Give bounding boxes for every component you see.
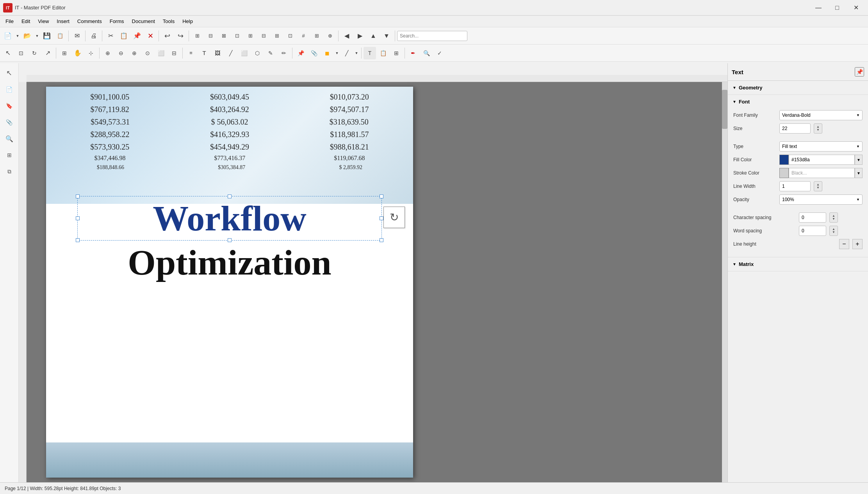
tb-btn7[interactable]: ⊟ xyxy=(204,30,217,42)
tb-btn16[interactable]: ⊕ xyxy=(324,30,336,42)
text-tool[interactable]: T xyxy=(198,47,210,59)
open-button[interactable]: 📂 xyxy=(21,30,34,42)
tb-btn14[interactable]: # xyxy=(297,30,310,42)
maximize-button[interactable]: □ xyxy=(828,2,846,14)
menu-document[interactable]: Document xyxy=(128,17,159,26)
sidebar-bookmark[interactable]: 🔖 xyxy=(2,98,17,113)
handle-br[interactable] xyxy=(380,238,383,242)
rect-tool[interactable]: ⬜ xyxy=(238,47,250,59)
open-dropdown[interactable]: ▼ xyxy=(34,30,40,42)
paste-button[interactable]: 📌 xyxy=(131,30,143,42)
path-tool[interactable]: ✎ xyxy=(264,47,277,59)
size-input[interactable] xyxy=(779,123,811,134)
zoom-in-tool[interactable]: ⊕ xyxy=(102,47,114,59)
menu-insert[interactable]: Insert xyxy=(53,17,73,26)
pointer-tool[interactable]: ↗ xyxy=(41,47,54,59)
minimize-button[interactable]: — xyxy=(809,2,827,14)
handle-bl[interactable] xyxy=(76,238,80,242)
undo-button[interactable]: ↩ xyxy=(161,30,173,42)
stroke-color-swatch[interactable] xyxy=(779,168,789,178)
menu-file[interactable]: File xyxy=(2,17,18,26)
redact-tool[interactable]: T xyxy=(364,47,376,59)
radio-tool[interactable]: ⊙ xyxy=(141,47,154,59)
sidebar-page[interactable]: 📄 xyxy=(2,82,17,97)
fill-tool[interactable]: ⊟ xyxy=(168,47,180,59)
menu-forms[interactable]: Forms xyxy=(106,17,128,26)
redo-button[interactable]: ↪ xyxy=(174,30,187,42)
menu-comments[interactable]: Comments xyxy=(73,17,106,26)
menu-view[interactable]: View xyxy=(34,17,53,26)
fill-color-dropdown[interactable]: ▼ xyxy=(855,155,863,165)
stroke-color-dropdown[interactable]: ▼ xyxy=(855,168,863,178)
menu-edit[interactable]: Edit xyxy=(18,17,34,26)
stroke-color-text[interactable]: Black... xyxy=(789,168,855,178)
char-spacing-input[interactable] xyxy=(799,212,826,223)
matrix-header[interactable]: ▼ Matrix xyxy=(728,259,868,269)
rotate-tool[interactable]: ↻ xyxy=(28,47,41,59)
annotation-tool[interactable]: 📌 xyxy=(294,47,307,59)
handle-bc[interactable] xyxy=(228,238,232,242)
crop-tool[interactable]: ⊡ xyxy=(15,47,27,59)
sidebar-copy[interactable]: ⧉ xyxy=(2,164,17,179)
tb-btn12[interactable]: ⊞ xyxy=(271,30,283,42)
new-button[interactable]: 📄 xyxy=(2,30,14,42)
transform-tool[interactable]: ⊹ xyxy=(85,47,97,59)
rotate-icon[interactable]: ↻ xyxy=(383,207,405,228)
select2-tool[interactable]: ⬜ xyxy=(155,47,167,59)
menu-help[interactable]: Help xyxy=(178,17,197,26)
highlight-dropdown[interactable]: ▼ xyxy=(334,47,340,59)
email-button[interactable]: ✉ xyxy=(71,30,83,42)
form-tool[interactable]: 📋 xyxy=(377,47,389,59)
copy-button[interactable]: 📋 xyxy=(118,30,130,42)
handle-mr[interactable] xyxy=(380,216,383,220)
next-btn[interactable]: ▼ xyxy=(380,30,393,42)
circle-tool[interactable]: ⬡ xyxy=(251,47,264,59)
prev-btn[interactable]: ▲ xyxy=(367,30,380,42)
handle-tr[interactable] xyxy=(380,194,383,198)
sidebar-grid[interactable]: ⊞ xyxy=(2,148,17,162)
tb-btn10[interactable]: ⊞ xyxy=(244,30,257,42)
select-tool[interactable]: ↖ xyxy=(2,47,14,59)
underline-tool[interactable]: ╱ xyxy=(340,47,353,59)
prev-page-button[interactable]: ◀ xyxy=(340,30,353,42)
save-as-button[interactable]: 📋 xyxy=(54,30,66,42)
highlight-tool[interactable]: ◼ xyxy=(321,47,333,59)
zoom-out-tool[interactable]: ⊖ xyxy=(115,47,127,59)
sidebar-cursor[interactable]: ↖ xyxy=(2,66,17,80)
vscrollbar-thumb[interactable] xyxy=(722,90,727,129)
geometry-header[interactable]: ▼ Geometry xyxy=(728,82,868,93)
handle-tl[interactable] xyxy=(76,194,80,198)
table-tool[interactable]: ⊞ xyxy=(390,47,403,59)
pencil-tool[interactable]: ✏ xyxy=(278,47,290,59)
line-width-spinner[interactable]: ▲ ▼ xyxy=(814,181,822,191)
tb-btn13[interactable]: ⊡ xyxy=(284,30,296,42)
close-button[interactable]: ✕ xyxy=(847,2,865,14)
workflow-selected-box[interactable]: Workflow ↻ xyxy=(77,196,382,241)
menu-tools[interactable]: Tools xyxy=(159,17,178,26)
line-width-input[interactable] xyxy=(779,181,811,191)
line-height-plus[interactable]: + xyxy=(852,239,863,249)
fill-color-text[interactable]: #153d8a xyxy=(789,155,855,165)
handle-tc[interactable] xyxy=(228,194,232,198)
search-input[interactable] xyxy=(397,31,467,41)
tb-btn9[interactable]: ⊡ xyxy=(231,30,243,42)
underline-dropdown[interactable]: ▼ xyxy=(354,47,359,59)
fill-color-swatch[interactable] xyxy=(779,155,789,165)
vscrollbar[interactable] xyxy=(722,82,727,482)
char-spacing-spinner[interactable]: ▲ ▼ xyxy=(829,212,838,223)
workflow-container[interactable]: Workflow ↻ Optimization xyxy=(77,196,382,280)
text-align-btn[interactable]: ≡ xyxy=(185,47,197,59)
tb-new-dropdown[interactable]: ▼ xyxy=(15,30,20,42)
pin-button[interactable]: 📌 xyxy=(855,67,864,77)
opacity-value[interactable]: 100% ▼ xyxy=(779,194,863,205)
line-height-minus[interactable]: − xyxy=(839,239,849,249)
tb-btn6[interactable]: ⊞ xyxy=(191,30,203,42)
sidebar-search[interactable]: 🔍 xyxy=(2,131,17,146)
sidebar-attachment[interactable]: 📎 xyxy=(2,115,17,130)
delete-button[interactable]: ✕ xyxy=(144,30,157,42)
line-tool[interactable]: ╱ xyxy=(225,47,237,59)
word-spacing-spinner[interactable]: ▲ ▼ xyxy=(829,226,838,236)
clip-tool[interactable]: 📎 xyxy=(308,47,320,59)
word-spacing-input[interactable] xyxy=(799,226,826,236)
size-spinner[interactable]: ▲ ▼ xyxy=(814,123,822,134)
